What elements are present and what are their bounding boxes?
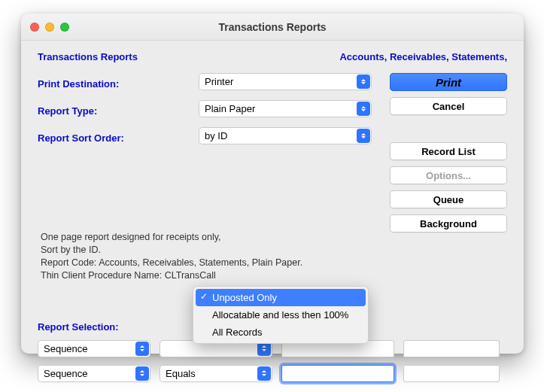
label-print-destination: Print Destination:: [38, 73, 188, 94]
chevron-updown-icon: [135, 342, 149, 356]
queue-button[interactable]: Queue: [390, 190, 507, 208]
menu-item-all-records[interactable]: All Records: [196, 324, 366, 341]
desc-line: Thin Client Procedure Name: CLTransCall: [41, 269, 372, 282]
report-description: One page report designed for receipts on…: [38, 231, 372, 282]
cancel-button[interactable]: Cancel: [390, 97, 507, 115]
select-report-type[interactable]: Plain Paper: [199, 100, 372, 117]
header-row: Transactions Reports Accounts, Receivabl…: [38, 51, 507, 62]
menu-item-allocatable[interactable]: Allocatable and less then 100%: [196, 306, 366, 324]
select-sort-order[interactable]: by ID: [199, 127, 372, 144]
chevron-updown-icon: [135, 366, 149, 381]
desc-line: One page report designed for receipts on…: [41, 231, 372, 244]
desc-line: Report Code: Accounts, Receivables, Stat…: [41, 257, 372, 269]
menu-item-unposted-only[interactable]: Unposted Only: [196, 289, 366, 306]
desc-line: Sort by the ID.: [41, 244, 372, 257]
select-value: Sequence: [44, 343, 88, 354]
select-field-1[interactable]: Sequence: [38, 340, 150, 357]
window-title: Transactions Reports: [21, 21, 524, 33]
background-button[interactable]: Background: [390, 214, 507, 232]
header-left: Transactions Reports: [38, 51, 138, 62]
select-value: Equals: [166, 368, 196, 379]
filter-value-2a[interactable]: [281, 365, 394, 382]
label-sort-order: Report Sort Order:: [38, 127, 188, 148]
header-right: Accounts, Receivables, Statements,: [339, 51, 507, 62]
filter-value-2b[interactable]: [403, 365, 500, 382]
select-value: by ID: [205, 130, 227, 141]
chevron-updown-icon: [357, 102, 370, 116]
side-buttons: Print Cancel Record List Options... Queu…: [382, 73, 507, 232]
form-grid: Print Destination: Report Type: Report S…: [38, 73, 507, 287]
chevron-updown-icon: [357, 74, 370, 89]
label-report-type: Report Type:: [38, 100, 188, 121]
record-list-button[interactable]: Record List: [390, 142, 507, 160]
filter-row-2: Sequence Equals: [38, 365, 507, 382]
print-button[interactable]: Print: [390, 73, 507, 91]
select-value: Printer: [205, 76, 233, 87]
select-value: Plain Paper: [205, 103, 255, 114]
select-operator-2[interactable]: Equals: [160, 365, 272, 382]
filter-value-1b[interactable]: [403, 340, 500, 357]
select-field-2[interactable]: Sequence: [38, 365, 150, 382]
chevron-updown-icon: [257, 366, 271, 381]
select-value: Sequence: [44, 368, 88, 379]
titlebar: Transactions Reports: [21, 14, 524, 41]
dialog-window: Transactions Reports Transactions Report…: [21, 14, 524, 354]
options-button[interactable]: Options...: [390, 166, 507, 184]
report-selection-menu[interactable]: Unposted Only Allocatable and less then …: [193, 286, 369, 344]
content: Transactions Reports Accounts, Receivabl…: [21, 41, 524, 392]
chevron-updown-icon: [357, 129, 370, 143]
select-print-destination[interactable]: Printer: [199, 73, 372, 90]
